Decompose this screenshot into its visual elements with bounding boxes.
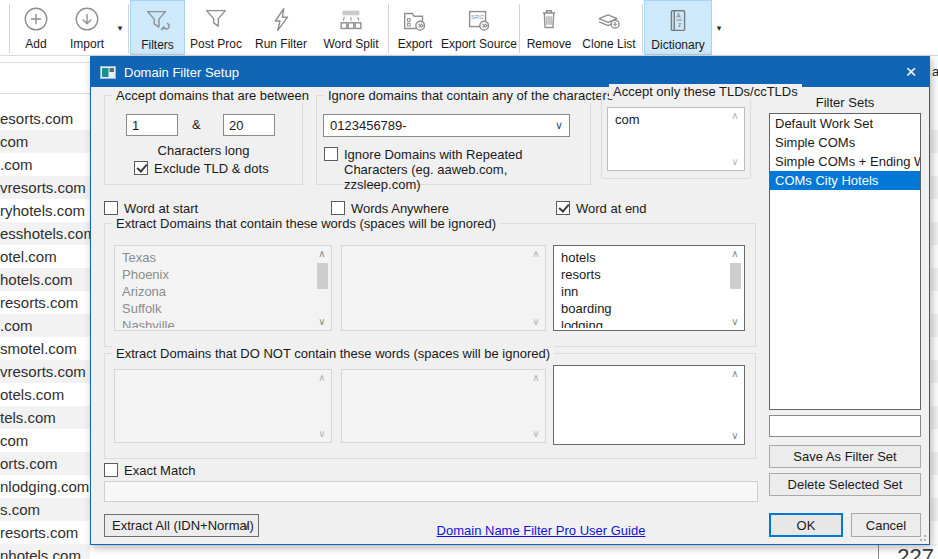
tld-textarea[interactable]: com (607, 107, 745, 171)
export-button[interactable]: Export (390, 0, 440, 55)
domain-list-item[interactable]: nhotels.com (0, 544, 90, 559)
filters-button-label: Filters (141, 38, 174, 52)
filter-wrench-icon (143, 4, 173, 38)
repeated-chars-checkbox[interactable]: Ignore Domains with Repeated Characters … (324, 147, 582, 192)
divider (0, 93, 90, 94)
domain-list-item[interactable]: s.com (0, 498, 90, 521)
scrollbar[interactable] (528, 247, 544, 329)
dictionary-button[interactable]: A z Dictionary (644, 0, 712, 55)
filter-line-input[interactable] (104, 481, 758, 502)
run-filter-button-label: Run Filter (255, 37, 307, 51)
svg-text:A: A (676, 12, 681, 19)
trash-icon (534, 3, 564, 37)
words-anywhere-checkbox[interactable]: Words Anywhere (331, 201, 449, 216)
scrollbar[interactable] (528, 371, 544, 441)
domain-list-item[interactable]: com (0, 429, 90, 452)
export-source-button[interactable]: SRC Export Source (440, 0, 518, 55)
domain-list-item[interactable]: hotels.com (0, 268, 90, 291)
toolbar-separator (388, 4, 389, 53)
scrollbar[interactable] (727, 109, 743, 169)
resize-grip[interactable] (918, 533, 926, 541)
chevron-up-icon (532, 247, 539, 261)
toolbar-separator (9, 4, 10, 53)
post-proc-button-label: Post Proc (190, 37, 242, 51)
domain-list-item[interactable]: vresorts.com (0, 360, 90, 383)
not-contain-box-3[interactable] (553, 365, 745, 445)
chevron-down-icon (555, 119, 563, 132)
domain-list-item[interactable]: com (0, 130, 90, 153)
not-contain-box-1 (114, 369, 332, 443)
length-group-title: Accept domains that are between (112, 88, 313, 103)
ignore-chars-combobox[interactable]: 0123456789- (323, 114, 570, 137)
contain-words-box-3[interactable]: hotels resorts inn boarding lodging (553, 245, 745, 331)
domain-list-item[interactable]: ryhotels.com (0, 199, 90, 222)
user-guide-link[interactable]: Domain Name Filter Pro User Guide (341, 523, 741, 538)
exclude-tld-checkbox[interactable]: Exclude TLD & dots (134, 161, 269, 176)
checkbox-box (104, 201, 118, 215)
ok-button[interactable]: OK (769, 513, 843, 537)
domain-list-item[interactable]: resorts.com (0, 291, 90, 314)
clone-list-button[interactable]: Clone List (577, 0, 641, 55)
background-domain-list: esorts.comcom.comvresorts.comryhotels.co… (0, 57, 90, 559)
checkbox-box (556, 201, 570, 215)
filter-set-item[interactable]: Default Work Set (770, 114, 920, 133)
domain-list-item[interactable]: nlodging.com (0, 475, 90, 498)
word-split-button[interactable]: Word Split (315, 0, 387, 55)
checkbox-label: Word at start (124, 201, 198, 216)
scrollbar-thumb[interactable] (730, 263, 741, 289)
filter-sets-label: Filter Sets (769, 95, 921, 110)
domain-list-item[interactable]: smotel.com (0, 337, 90, 360)
chevron-down-icon (242, 519, 250, 532)
import-button[interactable]: Import (61, 0, 113, 55)
cancel-button[interactable]: Cancel (851, 513, 921, 537)
domain-list-item[interactable]: orts.com (0, 452, 90, 475)
run-filter-button[interactable]: Run Filter (247, 0, 315, 55)
domain-list-item[interactable]: .com (0, 314, 90, 337)
domain-list-item[interactable]: .com (0, 153, 90, 176)
dropdown-value: Extract All (IDN+Normal) (112, 518, 254, 533)
scrollbar[interactable] (727, 367, 743, 443)
word-at-end-checkbox[interactable]: Word at end (556, 201, 647, 216)
filter-set-item[interactable]: COMs City Hotels (770, 171, 920, 190)
domain-list-item[interactable]: resorts.com (0, 521, 90, 544)
filter-sets-listbox[interactable]: Default Work SetSimple COMsSimple COMs +… (769, 113, 921, 410)
word-at-start-checkbox[interactable]: Word at start (104, 201, 198, 216)
domain-list-item[interactable]: vresorts.com (0, 176, 90, 199)
max-length-field[interactable] (223, 114, 275, 136)
filter-set-item[interactable]: Simple COMs (770, 133, 920, 152)
exact-match-checkbox[interactable]: Exact Match (104, 463, 196, 478)
extract-mode-dropdown[interactable]: Extract All (IDN+Normal) (104, 514, 259, 537)
domain-list-item[interactable]: esorts.com (0, 107, 90, 130)
filters-button[interactable]: Filters (130, 0, 185, 55)
domain-list-item[interactable]: otels.com (0, 383, 90, 406)
dialog-titlebar[interactable]: Domain Filter Setup (91, 57, 929, 87)
domain-list-item[interactable]: otel.com (0, 245, 90, 268)
contain-words-box-1: Texas Phoenix Arizona Suffolk Nashville (114, 245, 332, 331)
chevron-down-icon (532, 315, 539, 329)
export-source-icon: SRC (464, 3, 494, 37)
checkbox-box (104, 463, 118, 477)
dictionary-dropdown-arrow-icon[interactable] (712, 0, 726, 55)
min-length-field[interactable] (126, 114, 178, 136)
toolbar-separator (642, 4, 643, 53)
delete-selected-set-button[interactable]: Delete Selected Set (769, 473, 921, 496)
word-list-text: hotels resorts inn boarding lodging (561, 249, 724, 328)
scrollbar[interactable] (314, 371, 330, 441)
tld-textarea-text: com (615, 111, 724, 168)
save-as-filter-set-button[interactable]: Save As Filter Set (769, 445, 921, 468)
scrollbar-thumb[interactable] (317, 263, 328, 289)
word-list-text: Texas Phoenix Arizona Suffolk Nashville (122, 249, 311, 328)
close-icon[interactable] (893, 57, 929, 87)
domain-list-item[interactable]: esshotels.com (0, 222, 90, 245)
post-proc-button[interactable]: Post Proc (185, 0, 247, 55)
import-dropdown-arrow-icon[interactable] (113, 0, 127, 55)
add-button[interactable]: Add (11, 0, 61, 55)
add-button-label: Add (25, 37, 46, 51)
chevron-up-icon (731, 247, 738, 261)
checkbox-box (134, 161, 148, 175)
set-name-input[interactable] (769, 415, 921, 437)
background-text-fragment: a (932, 64, 938, 79)
remove-button[interactable]: Remove (521, 0, 577, 55)
filter-set-item[interactable]: Simple COMs + Ending Words (770, 152, 920, 171)
domain-list-item[interactable]: tels.com (0, 406, 90, 429)
